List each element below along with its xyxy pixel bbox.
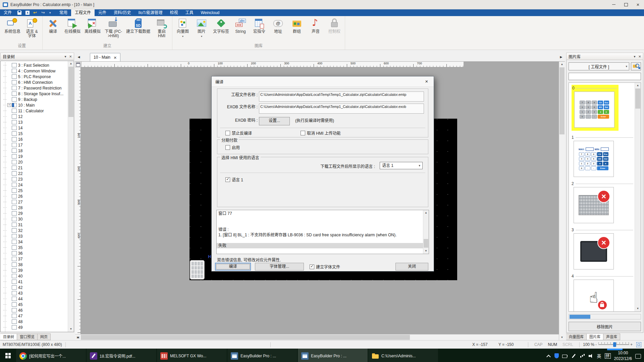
hidden-icons-chevron[interactable] [546,353,551,359]
panel-close-icon[interactable] [69,54,72,59]
tree-item[interactable]: 36 [2,250,68,256]
quickbar-dropdown-icon[interactable] [49,10,55,15]
menu-weincloud[interactable]: Weincloud [197,9,223,16]
tree-item[interactable]: 14 [2,125,68,131]
scroll-up-icon[interactable] [68,61,74,66]
redo-icon[interactable] [41,10,47,15]
tree-item[interactable]: 8 : Storage Space Insuf... [2,91,68,97]
start-button[interactable] [0,349,16,362]
zoom-out-button[interactable]: - [595,342,597,347]
compile-output-list[interactable]: 窗口 77 错误 : 1. [窗口 8] BL_1 : 不支持的系统寄存器 LB… [216,210,429,254]
canvas-horizontal-scrollbar[interactable] [75,334,559,340]
output-line[interactable]: 1. [窗口 8] BL_1 : 不支持的系统寄存器 LB-9036 : SD … [217,232,423,238]
thumbnail-item-2[interactable]: 2 [572,181,633,223]
library-tab[interactable]: 声音库 [603,334,620,340]
scrollbar-thumb[interactable] [424,239,428,248]
taskbar-app-button[interactable]: C:\Users\Adminis... [368,349,438,362]
tree-item[interactable]: 32 [2,228,68,233]
output-line[interactable] [217,222,423,227]
output-scrollbar[interactable] [423,210,429,254]
menu-object[interactable]: 元件 [95,9,110,16]
scroll-right-icon[interactable] [75,335,81,340]
thumbnail-image-keypad-maxmin[interactable]: MAX:MIN: 789ClrEsc456BSDel123◄►0.-Enter [574,141,614,177]
panel-close-icon[interactable] [638,54,641,59]
decompile-checkbox[interactable] [225,131,230,135]
scrollbar-thumb[interactable] [570,315,590,319]
build-font-checkbox-row[interactable]: 建立字体文件 [310,264,340,269]
tree-item[interactable]: 35 [2,245,68,250]
panel-dropdown-icon[interactable] [64,55,66,58]
ribbon-button[interactable]: 控制权 [325,18,344,34]
close-dialog-button[interactable]: 关闭 [395,263,428,270]
taskbar-app-button[interactable]: EasyBuilder Pro : ... [227,349,297,362]
minimize-button[interactable] [608,0,620,9]
ribbon-button[interactable]: 在线模拟 [62,18,83,34]
tree-item[interactable]: 30 [2,216,68,222]
library-tab[interactable]: 向量图库 [566,334,587,340]
tree-item[interactable]: 12 [2,114,68,119]
export-icon[interactable] [24,10,31,15]
tree-item[interactable]: 5 : PLC Response [2,74,68,79]
tab-scroll-left-icon[interactable] [76,54,82,60]
menu-common[interactable]: 常用 [56,9,71,16]
thumbnail-image-keyboard-error[interactable] [574,187,614,223]
tab-close-icon[interactable] [114,55,117,60]
menu-project-file[interactable]: 工程文件 [71,9,95,16]
tree-item[interactable]: 37 [2,256,68,262]
close-button[interactable] [632,0,644,9]
ribbon-button[interactable]: 系统信息 [2,18,22,34]
decompile-checkbox-row[interactable]: 禁止反编译 [225,130,252,136]
ribbon-button[interactable]: 编译 [44,18,62,34]
tree-item[interactable]: 11 : Calculator [2,108,68,114]
project-file-field[interactable]: C:\Users\Administrator\AppData\Local\Tem… [259,92,424,102]
enable-checkbox[interactable] [225,145,230,150]
volume-icon[interactable] [588,353,594,359]
tree-item[interactable]: 22 [2,171,68,176]
tree-item[interactable]: 46 [2,307,68,313]
ime-language-indicator[interactable]: 英 [597,353,601,359]
menu-file[interactable]: 文件 [0,9,15,16]
output-line[interactable] [217,238,423,243]
output-line[interactable]: 错误 : [217,227,423,232]
zoom-slider[interactable] [598,342,629,347]
scrollbar-thumb[interactable] [635,88,640,109]
menu-iiot[interactable]: IIoT/能源管理 [135,9,166,16]
output-line[interactable]: 失败 [217,243,423,248]
ribbon-button[interactable]: 向量图 ▾ [173,18,192,39]
tree-item[interactable]: 20 [2,159,68,165]
tree-item[interactable]: 47 [2,313,68,319]
tree-item[interactable]: 40 [2,273,68,279]
scroll-up-icon[interactable] [559,62,565,67]
scroll-up-icon[interactable] [635,83,641,88]
enable-checkbox-row[interactable]: 启用 [225,144,240,150]
menu-tool[interactable]: 工具 [181,9,197,16]
library-search-button[interactable] [631,62,641,70]
restore-button[interactable] [620,0,632,9]
thumbnail-horizontal-scrollbar[interactable] [569,314,641,319]
undo-icon[interactable] [33,10,39,15]
language-dropdown[interactable]: 语言 1 [380,162,423,169]
ribbon-button[interactable]: 建立下载数据 [124,18,152,34]
tree-item[interactable]: 7 : Password Restriction [2,85,68,91]
tree-item[interactable]: 49 [2,324,68,330]
scrollbar-thumb[interactable] [68,67,73,117]
tree-item[interactable]: 44 [2,296,68,302]
thumbnail-image-hand-lock[interactable]: ☝ [574,280,614,312]
tree-item[interactable]: 18 [2,148,68,154]
tree-item[interactable]: 27 [2,199,68,205]
tree-scrollbar[interactable] [68,61,74,332]
tree-item[interactable]: 28 [2,205,68,210]
tree-item[interactable]: 39 [2,267,68,273]
tree-item[interactable]: 45 [2,302,68,307]
pen-icon[interactable] [571,353,576,359]
thumbnail-item-1[interactable]: 1 MAX:MIN: 789ClrEsc456BSDel123◄►0.-Ente… [572,135,633,177]
ribbon-button[interactable]: 下载 (PC- >HMI) [103,18,124,38]
tree-item[interactable]: 31 [2,222,68,228]
ribbon-button[interactable]: 地址 [269,18,287,34]
tree-item[interactable]: 6 : HMI Connection [2,79,68,85]
clock[interactable]: 10:00 2022/12/6 [614,350,632,361]
password-set-button[interactable]: 设置... [259,117,290,125]
scroll-down-icon[interactable] [68,326,74,332]
ribbon-button[interactable]: 语言 & 字体 [22,18,41,38]
ribbon-button[interactable]: 图片 ▾ [192,18,211,39]
